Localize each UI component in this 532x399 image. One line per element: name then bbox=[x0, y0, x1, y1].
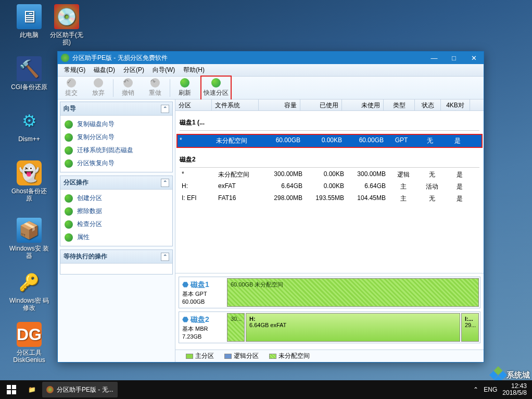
window-title: 分区助手PE版 - 无损分区免费软件 bbox=[72, 54, 168, 63]
disk1-row[interactable]: *未分配空间60.00GB0.00KB60.00GBGPT无是 bbox=[178, 135, 482, 147]
tool-quick-highlight: 快速分区 bbox=[200, 76, 232, 101]
tray-clock[interactable]: 12:432018/5/8 bbox=[502, 383, 527, 396]
app-icon bbox=[61, 54, 69, 62]
col-capacity[interactable]: 容量 bbox=[259, 99, 300, 110]
tool-quick-partition[interactable]: 快速分区 bbox=[202, 77, 230, 99]
table-row[interactable]: *未分配空间300.00MB0.00KB300.00MB逻辑无是 bbox=[180, 169, 479, 181]
op-wipe[interactable]: 擦除数据 bbox=[64, 205, 169, 218]
tool-commit[interactable]: ✓提交 bbox=[58, 77, 85, 99]
wizard-copy-partition[interactable]: 复制分区向导 bbox=[64, 131, 169, 144]
collapse-icon[interactable]: ⌃ bbox=[161, 105, 169, 113]
taskbar-explorer[interactable]: 📁 bbox=[24, 382, 40, 397]
diskbar-2[interactable]: ⬣ 磁盘2 基本 MBR7.23GB 30... H:6.64GB exFAT … bbox=[179, 311, 480, 343]
col-used[interactable]: 已使用 bbox=[300, 99, 342, 110]
svg-rect-2 bbox=[7, 390, 11, 394]
desktop-icon-partition[interactable]: 💿分区助手(无 损) bbox=[47, 4, 86, 46]
panel-wizard-header[interactable]: 向导⌃ bbox=[60, 102, 172, 116]
app-window: 分区助手PE版 - 无损分区免费软件 — □ ✕ 常规(G) 磁盘(D) 分区(… bbox=[57, 51, 484, 363]
close-button[interactable]: ✕ bbox=[464, 52, 484, 64]
titlebar[interactable]: 分区助手PE版 - 无损分区免费软件 — □ ✕ bbox=[58, 52, 484, 64]
start-button[interactable] bbox=[0, 380, 23, 399]
diskbars: ⬣ 磁盘1 基本 GPT60.00GB 60.00GB 未分配空间 ⬣ 磁盘2 … bbox=[175, 273, 484, 350]
right-column: 分区 文件系统 容量 已使用 未使用 类型 状态 4KB对齐 磁盘1 (... … bbox=[175, 99, 484, 362]
col-type[interactable]: 类型 bbox=[384, 99, 415, 110]
op-check[interactable]: 检查分区 bbox=[64, 218, 169, 231]
toolbar: ✓提交 放弃 ↶撤销 ↷重做 刷新 快速分区 bbox=[58, 77, 484, 99]
diskbar-2-seg3[interactable]: I:...29... bbox=[461, 313, 479, 342]
tool-discard[interactable]: 放弃 bbox=[85, 77, 112, 99]
desktop-icon-computer[interactable]: 🖥此电脑 bbox=[9, 4, 49, 39]
menubar: 常规(G) 磁盘(D) 分区(P) 向导(W) 帮助(H) bbox=[58, 64, 484, 77]
col-unused[interactable]: 未使用 bbox=[342, 99, 384, 110]
svg-rect-1 bbox=[12, 385, 16, 389]
menu-wizard[interactable]: 向导(W) bbox=[149, 65, 178, 76]
menu-help[interactable]: 帮助(H) bbox=[180, 65, 208, 76]
panel-wizard: 向导⌃ 复制磁盘向导 复制分区向导 迁移系统到固态磁盘 分区恢复向导 bbox=[60, 102, 173, 172]
wizard-recover[interactable]: 分区恢复向导 bbox=[64, 157, 169, 170]
op-properties[interactable]: 属性 bbox=[64, 231, 169, 244]
legend-unalloc: 未分配空间 bbox=[269, 352, 310, 360]
maximize-button[interactable]: □ bbox=[444, 52, 464, 64]
disk2-label[interactable]: 磁盘2 bbox=[180, 151, 479, 168]
tool-undo[interactable]: ↶撤销 bbox=[115, 77, 142, 99]
legend-logical: 逻辑分区 bbox=[224, 352, 259, 360]
minimize-button[interactable]: — bbox=[424, 52, 444, 64]
panel-ops: 分区操作⌃ 创建分区 擦除数据 检查分区 属性 bbox=[60, 176, 173, 246]
legend: 主分区 逻辑分区 未分配空间 bbox=[175, 350, 484, 362]
wizard-migrate-ssd[interactable]: 迁移系统到固态磁盘 bbox=[64, 144, 169, 157]
wizard-copy-disk[interactable]: 复制磁盘向导 bbox=[64, 118, 169, 131]
desktop-icon-ghost[interactable]: 👻Ghost备份还 原 bbox=[9, 160, 49, 202]
panel-pending: 等待执行的操作⌃ bbox=[60, 250, 173, 275]
disk-icon: ⬣ 磁盘1 bbox=[182, 280, 223, 290]
disk-icon: ⬣ 磁盘2 bbox=[182, 315, 223, 325]
table-row[interactable]: I: EFIFAT16298.00MB193.55MB104.45MB主无是 bbox=[180, 193, 479, 205]
taskbar-app[interactable]: 分区助手PE版 - 无... bbox=[42, 382, 118, 397]
diskbar-2-seg2[interactable]: H:6.64GB exFAT bbox=[246, 313, 460, 342]
panel-pending-header[interactable]: 等待执行的操作⌃ bbox=[60, 250, 172, 264]
collapse-icon[interactable]: ⌃ bbox=[161, 179, 169, 187]
desktop-icon-diskgenius[interactable]: DG分区工具 DiskGenius bbox=[9, 322, 49, 364]
desktop-icon-wininstall[interactable]: 📦Windows安 装器 bbox=[9, 218, 49, 259]
tray-ime[interactable]: ENG bbox=[484, 386, 497, 393]
disk1-highlight: *未分配空间60.00GB0.00KB60.00GBGPT无是 bbox=[176, 134, 483, 148]
desktop-icon-dism[interactable]: ⚙Dism++ bbox=[9, 108, 49, 143]
grid-body: 磁盘1 (... *未分配空间60.00GB0.00KB60.00GBGPT无是… bbox=[175, 111, 484, 273]
menu-disk[interactable]: 磁盘(D) bbox=[91, 65, 118, 76]
tray-up-icon[interactable]: ⌃ bbox=[473, 386, 478, 393]
tool-redo[interactable]: ↷重做 bbox=[142, 77, 169, 99]
system-tray[interactable]: ⌃ ENG 12:432018/5/8 bbox=[473, 383, 532, 396]
taskbar-app-icon bbox=[46, 386, 54, 393]
diskbar-2-seg1[interactable]: 30... bbox=[227, 313, 245, 342]
grid-header: 分区 文件系统 容量 已使用 未使用 类型 状态 4KB对齐 bbox=[175, 99, 484, 111]
menu-partition[interactable]: 分区(P) bbox=[120, 65, 147, 76]
col-fs[interactable]: 文件系统 bbox=[212, 99, 259, 110]
disk1-label[interactable]: 磁盘1 (... bbox=[180, 114, 479, 131]
desktop-icon-cgi[interactable]: 🔨CGI备份还原 bbox=[9, 56, 49, 91]
diskbar-1[interactable]: ⬣ 磁盘1 基本 GPT60.00GB 60.00GB 未分配空间 bbox=[179, 277, 480, 308]
col-partition[interactable]: 分区 bbox=[175, 99, 212, 110]
svg-rect-3 bbox=[12, 390, 16, 394]
op-create[interactable]: 创建分区 bbox=[64, 192, 169, 205]
col-align[interactable]: 4KB对齐 bbox=[441, 99, 470, 110]
desktop-icon-winpass[interactable]: 🔑Windows密 码修改 bbox=[9, 270, 49, 311]
svg-rect-0 bbox=[7, 385, 11, 389]
diskbar-2-info: ⬣ 磁盘2 基本 MBR7.23GB bbox=[179, 312, 226, 343]
legend-primary: 主分区 bbox=[186, 352, 214, 360]
tool-refresh[interactable]: 刷新 bbox=[171, 77, 198, 99]
table-row[interactable]: H:exFAT6.64GB0.00KB6.64GB主活动是 bbox=[180, 181, 479, 193]
diskbar-1-info: ⬣ 磁盘1 基本 GPT60.00GB bbox=[179, 277, 226, 308]
taskbar: 📁 分区助手PE版 - 无... ⌃ ENG 12:432018/5/8 bbox=[0, 380, 532, 399]
panel-ops-header[interactable]: 分区操作⌃ bbox=[60, 176, 172, 190]
left-column: 向导⌃ 复制磁盘向导 复制分区向导 迁移系统到固态磁盘 分区恢复向导 分区操作⌃… bbox=[58, 99, 175, 362]
diskbar-1-seg[interactable]: 60.00GB 未分配空间 bbox=[227, 278, 479, 307]
watermark: 系统城 bbox=[492, 369, 530, 381]
col-status[interactable]: 状态 bbox=[415, 99, 441, 110]
menu-general[interactable]: 常规(G) bbox=[61, 65, 88, 76]
collapse-icon[interactable]: ⌃ bbox=[161, 253, 169, 261]
